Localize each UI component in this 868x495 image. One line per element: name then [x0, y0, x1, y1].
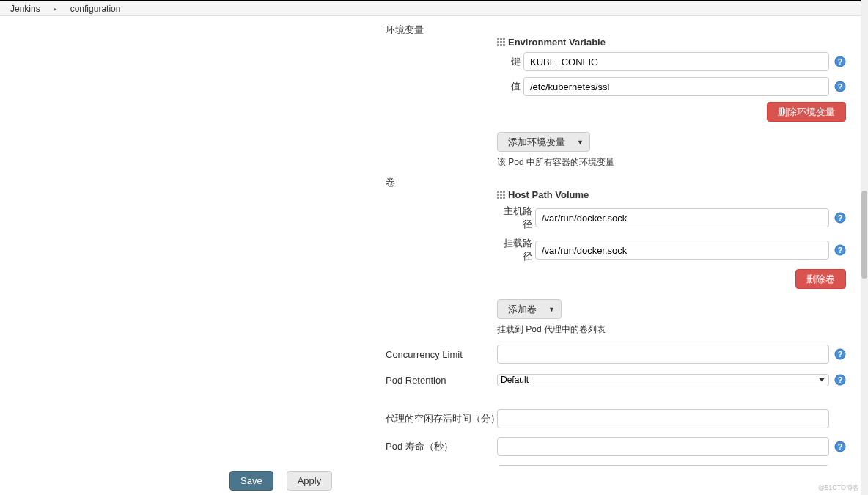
- svg-rect-4: [500, 41, 502, 43]
- breadcrumb-root[interactable]: Jenkins: [10, 4, 40, 14]
- help-icon[interactable]: ?: [834, 56, 846, 67]
- pod-life-input[interactable]: [497, 437, 829, 456]
- env-vars-heading: 环境变量: [386, 23, 424, 37]
- svg-rect-2: [503, 38, 505, 40]
- concurrency-label: Concurrency Limit: [386, 349, 463, 360]
- volume-group-title: Host Path Volume: [508, 189, 589, 200]
- svg-rect-17: [500, 194, 502, 196]
- svg-rect-18: [503, 194, 505, 196]
- svg-text:?: ?: [838, 246, 843, 254]
- help-icon[interactable]: ?: [834, 374, 846, 386]
- svg-text:?: ?: [838, 350, 843, 359]
- help-icon[interactable]: ?: [834, 348, 846, 360]
- help-icon[interactable]: ?: [834, 81, 846, 92]
- drag-handle-icon[interactable]: [497, 191, 505, 199]
- watermark: @51CTO博客: [818, 483, 859, 493]
- host-path-input[interactable]: [535, 208, 829, 227]
- scrollbar[interactable]: [861, 0, 868, 495]
- help-icon[interactable]: ?: [834, 212, 846, 224]
- breadcrumb: Jenkins ▸ configuration: [0, 1, 868, 16]
- svg-text:?: ?: [838, 442, 843, 451]
- env-var-group-title: Environment Variable: [508, 37, 606, 48]
- host-path-label: 主机路径: [497, 205, 532, 231]
- chevron-down-icon: ▼: [548, 306, 555, 313]
- env-key-label: 键: [497, 55, 521, 68]
- help-icon[interactable]: ?: [834, 441, 846, 452]
- svg-text:?: ?: [838, 213, 843, 222]
- help-icon[interactable]: ?: [834, 244, 846, 256]
- retention-select[interactable]: Default: [497, 374, 829, 386]
- drag-handle-icon[interactable]: [497, 38, 505, 46]
- svg-rect-21: [503, 197, 505, 199]
- svg-text:?: ?: [838, 375, 843, 384]
- chevron-down-icon: ▼: [577, 139, 584, 146]
- apply-button[interactable]: Apply: [287, 471, 333, 491]
- svg-rect-19: [497, 197, 499, 199]
- retention-label: Pod Retention: [386, 375, 446, 386]
- save-button[interactable]: Save: [229, 471, 273, 491]
- svg-rect-14: [500, 191, 502, 193]
- mount-path-input[interactable]: [535, 241, 829, 260]
- idle-input[interactable]: [497, 409, 829, 428]
- svg-rect-13: [497, 191, 499, 193]
- svg-rect-6: [497, 44, 499, 46]
- volumes-desc: 挂载到 Pod 代理中的卷列表: [497, 323, 846, 336]
- svg-rect-3: [497, 41, 499, 43]
- svg-rect-0: [497, 38, 499, 40]
- svg-rect-7: [500, 44, 502, 46]
- env-vars-desc: 该 Pod 中所有容器的环境变量: [497, 156, 846, 169]
- env-key-input[interactable]: [523, 52, 829, 71]
- svg-rect-15: [503, 191, 505, 193]
- bottom-bar: Save Apply: [0, 466, 861, 495]
- mount-path-label: 挂载路径: [497, 237, 532, 263]
- delete-env-var-button[interactable]: 删除环境变量: [767, 102, 846, 122]
- pod-life-label: Pod 寿命（秒）: [386, 440, 453, 453]
- svg-rect-8: [503, 44, 505, 46]
- svg-rect-5: [503, 41, 505, 43]
- svg-rect-1: [500, 38, 502, 40]
- svg-text:?: ?: [838, 57, 843, 66]
- idle-label: 代理的空闲存活时间（分）: [386, 412, 500, 425]
- volumes-heading: 卷: [386, 176, 395, 189]
- svg-rect-16: [497, 194, 499, 196]
- delete-volume-button[interactable]: 删除卷: [795, 269, 846, 289]
- chevron-right-icon: ▸: [54, 5, 57, 12]
- svg-text:?: ?: [838, 82, 843, 91]
- env-val-input[interactable]: [523, 77, 829, 96]
- svg-rect-20: [500, 197, 502, 199]
- concurrency-input[interactable]: [497, 345, 829, 364]
- scrollbar-thumb[interactable]: [861, 191, 867, 279]
- breadcrumb-page[interactable]: configuration: [70, 4, 121, 14]
- add-env-var-button[interactable]: 添加环境变量▼: [497, 132, 590, 152]
- env-val-label: 值: [497, 80, 521, 93]
- add-volume-button[interactable]: 添加卷▼: [497, 299, 562, 319]
